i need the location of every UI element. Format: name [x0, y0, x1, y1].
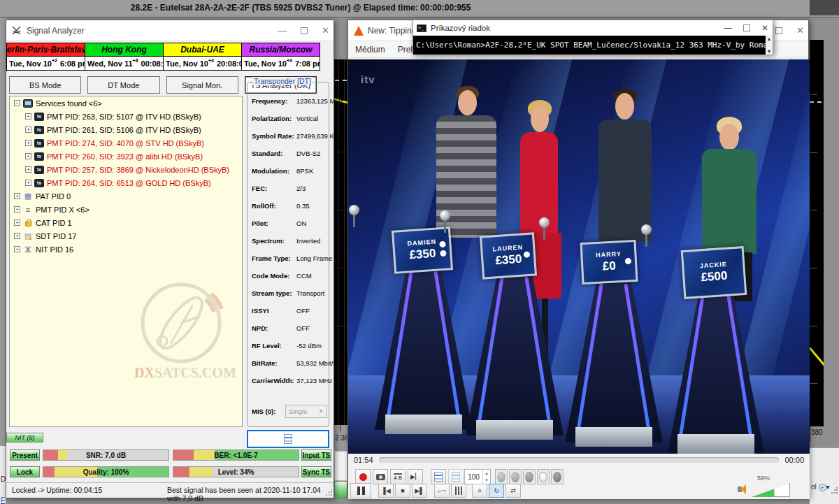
mode-tab[interactable]: DT Mode	[87, 76, 159, 94]
ab-loop-button[interactable]: A B	[390, 469, 406, 484]
playlist-button[interactable]: ≡	[472, 484, 487, 498]
mis-select[interactable]: Single ▼	[285, 405, 327, 418]
field-value: DVB-S2	[296, 150, 320, 157]
minimize-icon[interactable]: —	[724, 24, 732, 32]
oval-button-4[interactable]	[537, 469, 550, 484]
cmd-titlebar[interactable]: >_ Príkazový riadok — ✕	[413, 20, 773, 36]
scroll-down-icon[interactable]: ▼	[767, 48, 772, 55]
sync-ts-button[interactable]: Sync TS	[301, 466, 331, 477]
background-link-fragment-f[interactable]: F	[1, 496, 5, 504]
expand-icon[interactable]: +	[25, 140, 31, 146]
tv-icon: tv	[34, 139, 44, 147]
close-icon[interactable]: ✕	[322, 26, 329, 35]
pid-button[interactable]: NIT (8)	[6, 433, 43, 442]
field-label: Code Mode:	[252, 272, 296, 280]
pause-button[interactable]	[350, 483, 371, 498]
podium-base	[476, 420, 553, 440]
oval-button-1[interactable]	[495, 469, 508, 484]
tree-service-row[interactable]: + tv PMT PID: 261, SID: 5106 @ ITV HD (B…	[25, 123, 242, 136]
oval-button-3[interactable]	[523, 469, 536, 484]
close-icon[interactable]: ✕	[761, 24, 768, 32]
ab-loop-icon: A B	[394, 473, 402, 480]
extended-settings-button[interactable]	[451, 484, 466, 498]
seek-bar[interactable]	[379, 457, 780, 463]
oval-button-2[interactable]	[509, 469, 522, 484]
tree-service-row[interactable]: + tv PMT PID: 263, SID: 5107 @ ITV HD (B…	[25, 110, 242, 123]
expand-icon[interactable]: +	[25, 166, 31, 173]
expand-icon[interactable]: +	[14, 193, 20, 199]
frame-by-frame-button[interactable]: ▶▏	[408, 469, 423, 484]
remaining-time: 00:00	[784, 456, 804, 464]
tree-node-row[interactable]: + NIT PID 16	[14, 243, 242, 256]
expand-icon[interactable]: +	[14, 206, 20, 213]
fullscreen-button[interactable]: ⌐¬	[434, 484, 450, 498]
shuffle-button[interactable]: ⇄	[505, 484, 521, 498]
cmd-scrollbar[interactable]: ▲ ▼	[766, 36, 773, 55]
clock-time: 20:08:07	[217, 59, 242, 68]
expand-icon[interactable]: +	[25, 153, 31, 159]
cmd-console[interactable]: C:\Users\Roman>A2F-28,2°E_UK SPOT BEAM_L…	[413, 36, 766, 55]
collapse-icon[interactable]: −	[14, 100, 20, 106]
record-button[interactable]	[355, 469, 371, 484]
maximize-icon[interactable]	[301, 27, 308, 34]
cmd-window: >_ Príkazový riadok — ✕ C:\Users\Roman>A…	[413, 20, 773, 55]
maximize-icon[interactable]	[775, 27, 782, 34]
tree-node-row[interactable]: + ▤★ SDT PID 17	[14, 229, 242, 243]
transponder-field: RollOff: 0.35	[252, 197, 327, 215]
field-value: 27499,639 KS/s	[296, 132, 344, 140]
speed-spinner[interactable]: 100 ▲▼	[464, 469, 491, 484]
docked-playlist-button-2[interactable]	[448, 469, 464, 484]
expand-icon[interactable]: +	[25, 127, 31, 133]
volume-control[interactable]: 59%	[738, 483, 804, 498]
minimize-icon[interactable]: —	[278, 26, 287, 35]
input-ts-button[interactable]: Input TS	[301, 449, 331, 461]
video-surface[interactable]: DAMIEN £350 LAUREN	[348, 59, 810, 454]
mode-tab[interactable]: Signal Mon.	[166, 76, 238, 94]
tree-service-row[interactable]: + tv PMT PID: 260, SID: 3923 @ alibi HD …	[25, 150, 242, 163]
frame-icon: ▶▏	[410, 473, 420, 480]
mode-tab[interactable]: BS Mode	[9, 76, 81, 94]
expand-icon[interactable]: +	[14, 219, 20, 226]
spin-up-icon[interactable]: ▲	[483, 470, 490, 477]
present-indicator[interactable]: Present	[10, 449, 40, 461]
menu-media[interactable]: Médium	[355, 45, 385, 55]
next-button[interactable]: ▶▌	[412, 484, 427, 498]
tree-service-row[interactable]: + tv PMT PID: 257, SID: 3869 @ Nickelode…	[25, 163, 242, 176]
stop-button[interactable]: ■	[395, 484, 410, 498]
tree-root-services[interactable]: − Services found <6>	[14, 96, 242, 110]
signal-analyzer-titlebar[interactable]: Signal Analyzer — ✕	[6, 20, 334, 41]
expand-icon[interactable]: +	[14, 246, 20, 252]
expand-icon[interactable]: +	[14, 233, 20, 239]
table-node-rows: + ▦ PAT PID 0 + ≡ PMT PID X <6> + CAT PI…	[10, 189, 242, 256]
resize-grip[interactable]	[325, 489, 332, 496]
oval-button-5[interactable]	[551, 469, 564, 484]
close-icon[interactable]: ✕	[796, 26, 804, 35]
itv-watermark: itv	[361, 73, 375, 85]
tv-icon: tv	[34, 179, 44, 187]
vlc-window: New: Tipping Point - V ✕ Médium Prehráva…	[347, 20, 809, 498]
field-label: RollOff:	[252, 202, 296, 210]
counter-stand	[353, 213, 355, 227]
field-value: Transport	[296, 289, 324, 297]
tree-service-row[interactable]: + tv PMT PID: 274, SID: 4070 @ STV HD (B…	[25, 136, 242, 150]
resize-grip[interactable]	[831, 487, 838, 494]
snapshot-button[interactable]	[373, 469, 388, 484]
expand-icon[interactable]: +	[25, 113, 31, 120]
tuner-app-titlebar[interactable]: 28.2E - Eutelsat 28A-2A-2E-2F (TBS 5925 …	[0, 0, 839, 17]
field-value: 12363,125 MHz	[296, 97, 343, 105]
tuner-app-title: 28.2E - Eutelsat 28A-2A-2E-2F (TBS 5925 …	[0, 3, 601, 13]
maximize-icon[interactable]	[743, 24, 750, 31]
tree-node-row[interactable]: + ≡ PMT PID X <6>	[14, 203, 242, 216]
field-value: 2/3	[296, 185, 306, 192]
tree-node-row[interactable]: + CAT PID 1	[14, 216, 242, 229]
docked-playlist-button[interactable]	[431, 469, 446, 484]
tv-icon: tv	[34, 113, 44, 121]
scroll-up-icon[interactable]: ▲	[767, 36, 772, 42]
previous-button[interactable]: ▐◀	[378, 484, 394, 498]
expand-icon[interactable]: +	[25, 180, 31, 186]
lock-indicator[interactable]: Lock	[10, 466, 40, 477]
service-label: PMT PID: 274, SID: 4070 @ STV HD (BSkyB)	[47, 139, 204, 147]
tree-node-row[interactable]: + ▦ PAT PID 0	[14, 189, 242, 203]
loop-button[interactable]: ↻	[489, 484, 504, 498]
tree-service-row[interactable]: + tv PMT PID: 264, SID: 6513 @ GOLD HD (…	[25, 176, 242, 189]
